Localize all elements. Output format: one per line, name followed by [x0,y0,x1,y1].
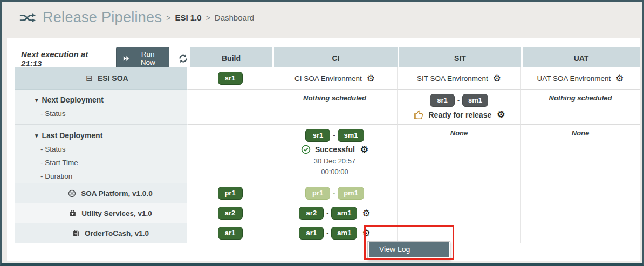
release-tag-badge: sr1 [430,94,455,107]
last-deployment-row: ▾ Last Deployment - Status - Start Time … [15,125,640,183]
build-tag-badge: pr1 [218,187,243,200]
release-tag-badge: sr1 [305,129,330,142]
release-tag-badge: sm1 [338,129,364,142]
sit-next-deployment-cell: sr1 - sm1 Ready for release ⚙ [398,90,521,125]
ci-last-deployment-cell: sr1 - sm1 Successful ⚙ 30 Dec 20:57 00:0… [272,125,398,183]
app-row-soa-platform: SOA Platform, v1.0.0 pr1 pr1 - pm1 [15,183,640,203]
release-tag-badge: am1 [331,207,357,220]
last-deployment-label: Last Deployment [42,129,103,142]
last-deployment-sub-duration: - Duration [15,169,72,183]
app-window: Release Pipelines > ESI 1.0 > Dashboard … [0,0,644,266]
gear-icon[interactable]: ⚙ [615,74,624,83]
gear-icon[interactable]: ⚙ [362,229,370,238]
app-name: Utility Services, v1.0 [81,209,152,217]
column-header-uat: UAT [521,47,640,70]
app-name-cell: SOA Platform, v1.0.0 [15,183,188,203]
ci-last-duration: 00:00:00 [321,168,348,176]
sit-next-status: Ready for release [429,111,492,119]
build-empty-cell [188,125,272,183]
build-tag-badge: ar1 [218,227,243,240]
uat-next-deployment-cell: Nothing scheduled [521,90,640,125]
release-tag-badge: sm1 [462,94,488,107]
tag-separator: - [333,189,335,197]
package-icon [68,209,77,217]
app-name: OrderToCash, v1.0 [85,229,149,237]
next-deployment-sub-status: - Status [15,107,66,120]
app-row-ordertocash: OrderToCash, v1.0 ar1 ar1 - am1 ⚙ [15,223,640,243]
ci-tags-cell: ar1 - am1 ⚙ [272,223,398,243]
next-deployment-group[interactable]: ▾ Next Deployment [35,93,187,107]
column-header-ci: CI [272,47,398,70]
gear-icon[interactable]: ⚙ [497,110,505,119]
pipeline-table: Next execution at 21:13 Run Now [15,47,640,243]
next-execution-label: Next execution at 21:13 [21,50,108,68]
uat-empty-cell [521,183,640,203]
tag-separator: - [326,209,328,217]
refresh-icon[interactable] [178,53,188,64]
app-name-cell: Utility Services, v1.0 [15,203,188,223]
build-tag-cell: ar2 [188,203,272,223]
tag-separator: - [457,97,460,104]
ci-environment-cell: CI SOA Environment ⚙ [272,67,398,90]
uat-empty-cell [521,203,640,223]
sit-empty-cell [398,223,521,243]
release-tag-badge: pr1 [305,187,330,200]
run-now-button[interactable]: Run Now [116,47,169,70]
toolbar: Next execution at 21:13 Run Now [15,47,188,70]
collapse-icon[interactable]: ⊟ [86,73,93,83]
release-tag-badge: pm1 [338,187,364,200]
thumbs-up-icon [413,110,424,120]
gear-icon[interactable]: ⚙ [493,74,501,83]
last-deployment-sub-start-time: - Start Time [15,156,78,169]
sit-last-status: None [450,129,468,137]
success-check-icon [301,145,311,154]
ci-next-status: Nothing scheduled [303,94,366,102]
gear-icon[interactable]: ⚙ [367,74,375,83]
column-header-build: Build [188,47,272,70]
pipeline-name-cell: ⊟ ESI SOA [15,67,188,90]
app-name: SOA Platform, v1.0.0 [81,189,152,197]
build-tag-cell: pr1 [188,183,272,203]
column-header-sit: SIT [398,47,521,70]
breadcrumb-page[interactable]: Dashboard [215,13,254,22]
run-now-label: Run Now [133,50,162,66]
pipeline-shuffle-icon [19,10,36,25]
menu-item-view-log[interactable]: View Log [369,242,449,257]
sit-environment-name: SIT SOA Environment [417,74,488,83]
uat-last-deployment-cell: None [521,125,640,183]
page-title: Release Pipelines [43,9,162,26]
fast-forward-icon [123,56,130,62]
uat-last-status: None [572,129,590,137]
ci-next-deployment-cell: Nothing scheduled [272,90,398,125]
build-tag-cell: ar1 [188,223,272,243]
breadcrumb-separator: > [206,13,210,22]
build-tag-cell: sr1 [188,67,272,90]
uat-environment-name: UAT SOA Environment [537,74,611,83]
next-deployment-label-cell: ▾ Next Deployment - Status [15,90,188,125]
ci-environment-name: CI SOA Environment [294,74,362,83]
pipeline-row: ⊟ ESI SOA sr1 CI SOA Environment ⚙ SIT S… [15,67,640,90]
app-name-cell: OrderToCash, v1.0 [15,223,188,243]
platform-icon [68,189,76,197]
sit-environment-cell: SIT SOA Environment ⚙ [398,67,521,90]
breadcrumb-release[interactable]: ESI 1.0 [175,13,201,22]
release-tag-badge: ar1 [299,227,324,240]
build-empty-cell [188,90,272,125]
page-header: Release Pipelines > ESI 1.0 > Dashboard [19,9,254,26]
caret-down-icon: ▾ [35,93,38,107]
tag-separator: - [326,229,328,237]
context-menu: View Log [367,241,450,260]
build-tag-badge: sr1 [218,72,243,85]
gear-icon[interactable]: ⚙ [362,209,370,218]
gear-icon[interactable]: ⚙ [360,145,368,154]
caret-down-icon: ▾ [35,129,38,142]
tag-separator: - [333,132,335,139]
table-header-row: Next execution at 21:13 Run Now [15,47,640,67]
last-deployment-label-cell: ▾ Last Deployment - Status - Start Time … [15,125,188,183]
last-deployment-group[interactable]: ▾ Last Deployment [35,129,187,142]
uat-next-status: Nothing scheduled [549,94,612,102]
sit-last-deployment-cell: None [398,125,521,183]
breadcrumb-separator: > [166,13,170,22]
uat-empty-cell [521,223,640,243]
uat-environment-cell: UAT SOA Environment ⚙ [521,67,640,90]
